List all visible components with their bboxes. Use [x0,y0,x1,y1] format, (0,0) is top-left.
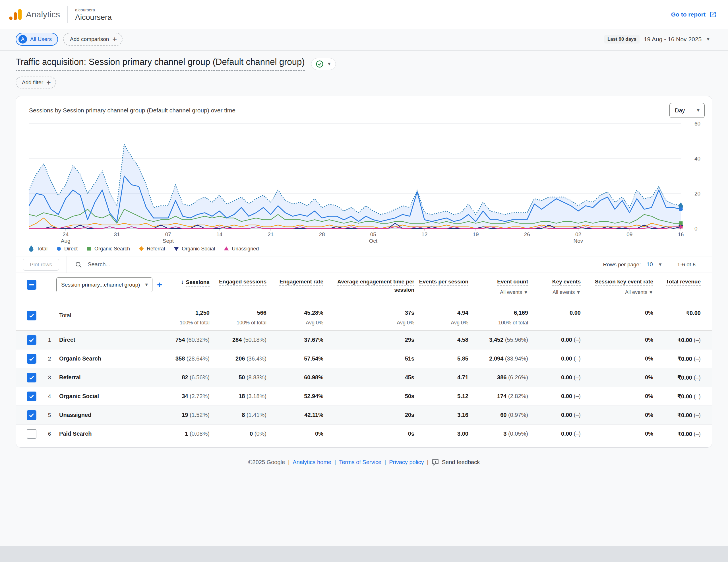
legend-item-referral[interactable]: Referral [138,245,165,252]
metric-cell: ₹0.00 (–) [657,412,712,419]
metric-cell: ₹0.00 (–) [657,356,712,362]
total-cell: 0% [585,310,657,316]
metric-cell: 82 (6.56%) [168,374,214,381]
legend-item-direct[interactable]: Direct [56,245,78,252]
row-checkbox[interactable] [27,354,36,364]
metric-cell: 0% [585,374,657,381]
account-name: aicoursera [75,7,112,12]
column-header-avg-engagement-time[interactable]: Average engagement time per session [327,277,418,294]
metric-filter[interactable]: All events ▼ [472,289,528,297]
channel-name: Unassigned [56,412,168,418]
total-cell: 0.00 [532,310,585,316]
metric-filter[interactable]: All events ▼ [532,289,581,297]
granularity-select[interactable]: Day ▼ [669,103,705,118]
plot-rows-button[interactable]: Plot rows [23,259,59,270]
all-users-label: All Users [30,36,52,42]
channel-name: Paid Search [56,431,168,437]
svg-text:09: 09 [626,231,632,237]
date-range-picker[interactable]: Last 90 days 19 Aug - 16 Nov 2025 ▼ [604,35,710,44]
metric-cell: 0% [585,412,657,418]
column-header-engagement-rate[interactable]: Engagement rate [270,277,327,286]
legend-item-organic-social[interactable]: Organic Social [173,245,215,252]
column-header-session-key-event-rate[interactable]: Session key event rate All events ▼ [585,277,657,297]
rows-per-page-label: Rows per page: [603,261,641,268]
total-cell: 37sAvg 0% [327,310,418,326]
dimension-select[interactable]: Session primary...channel group) ▼ [56,277,152,292]
row-number: 2 [43,356,56,362]
go-to-report-link[interactable]: Go to report [671,11,717,18]
rows-per-page-value[interactable]: 10 [646,261,653,268]
chevron-down-icon[interactable]: ▼ [658,262,663,267]
svg-text:05: 05 [370,231,376,237]
chevron-down-icon: ▼ [696,108,700,113]
row-checkbox[interactable] [27,392,36,401]
send-feedback-link[interactable]: Send feedback [432,458,480,466]
column-header-event-count[interactable]: Event count All events ▼ [472,277,532,297]
analytics-home-link[interactable]: Analytics home [293,459,331,466]
brand-area: Analytics aicoursera Aicoursera [9,6,112,23]
channel-name: Organic Social [56,393,168,400]
svg-text:60: 60 [694,121,700,127]
total-cell: 6,169100% of total [472,310,532,326]
row-checkbox[interactable] [27,373,36,383]
svg-text:07: 07 [165,231,171,237]
triangle-up-icon [224,245,229,252]
column-header-total-revenue[interactable]: Total revenue [657,277,712,286]
triangle-down-icon [173,245,179,252]
metric-filter[interactable]: All events ▼ [585,289,653,297]
add-comparison-button[interactable]: Add comparison + [63,33,123,46]
legend-item-organic-search[interactable]: Organic Search [86,245,130,252]
row-checkbox[interactable] [27,335,36,345]
data-quality-badge[interactable]: ▼ [311,58,336,70]
row-range: 1-6 of 6 [677,261,696,268]
terms-of-service-link[interactable]: Terms of Service [339,459,381,466]
metric-cell: 1 (0.08%) [168,431,214,437]
metric-cell: 50 (8.83%) [214,374,270,381]
search-icon [75,261,82,268]
metric-cell: 0 (0%) [214,431,270,437]
svg-text:14: 14 [216,231,223,237]
metric-cell: 0% [585,393,657,400]
column-header-sessions[interactable]: ↓ Sessions [168,277,214,287]
select-all-checkbox[interactable] [27,280,36,290]
account-switcher[interactable]: aicoursera Aicoursera [75,7,112,22]
chevron-down-icon: ▼ [327,61,332,67]
add-dimension-button[interactable]: + [157,280,162,290]
metric-cell: 29s [327,337,418,343]
metric-cell: 5.12 [418,393,472,400]
channel-name: Direct [56,337,168,343]
legend-item-total[interactable]: Total [28,245,47,252]
all-users-chip[interactable]: A All Users [16,33,58,46]
add-filter-button[interactable]: Add filter + [16,77,56,88]
privacy-policy-link[interactable]: Privacy policy [389,459,424,466]
chart-header: Sessions by Session primary channel grou… [16,96,712,118]
chart-legend: Total Direct Organic Search Referral Org… [16,245,712,256]
table-body: Total 1,250100% of total 566100% of tota… [16,305,712,443]
svg-text:26: 26 [524,231,530,237]
search-input[interactable] [87,261,235,268]
column-header-events-per-session[interactable]: Events per session [418,277,472,286]
svg-text:Sept: Sept [163,238,174,244]
table-row: 4 Organic Social 34 (2.72%) 18 (3.18%) 5… [16,387,712,406]
svg-text:20: 20 [694,191,700,197]
total-checkbox[interactable] [27,311,36,321]
circle-icon [56,245,62,252]
row-checkbox[interactable] [27,410,36,420]
metric-cell: 42.11% [270,412,327,418]
table-row: 2 Organic Search 358 (28.64%) 206 (36.4%… [16,350,712,368]
legend-item-unassigned[interactable]: Unassigned [224,245,259,252]
table-row: 1 Direct 754 (60.32%) 284 (50.18%) 37.67… [16,331,712,350]
table-row: 5 Unassigned 19 (1.52%) 8 (1.41%) 42.11%… [16,406,712,425]
row-number: 6 [43,431,56,437]
metric-cell: 20s [327,412,418,418]
filter-row: Add filter + [16,77,712,88]
row-number: 1 [43,337,56,343]
column-header-key-events[interactable]: Key events All events ▼ [532,277,585,297]
column-header-engaged-sessions[interactable]: Engaged sessions [214,277,270,286]
row-checkbox[interactable] [27,429,36,439]
svg-text:0: 0 [694,226,698,231]
page-title[interactable]: Traffic acquisition: Session primary cha… [16,57,305,71]
channel-name: Organic Search [56,356,168,362]
feedback-icon [432,458,439,466]
metric-cell: 0.00 (–) [532,374,585,381]
